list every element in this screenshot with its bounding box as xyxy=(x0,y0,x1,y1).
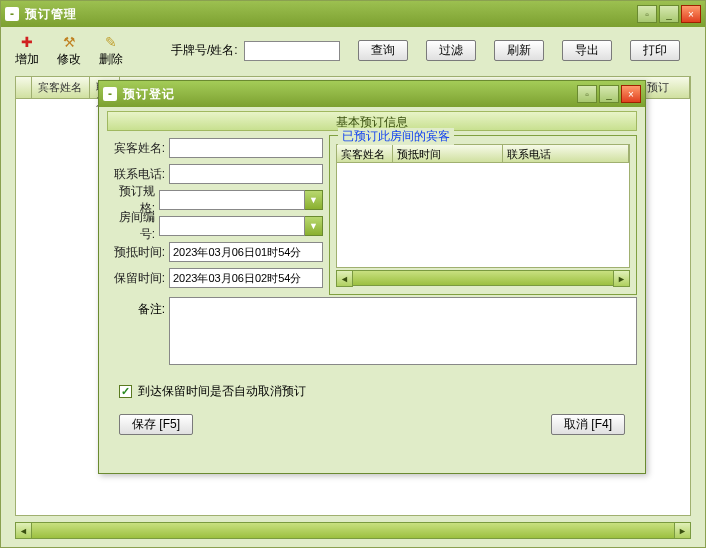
hold-input[interactable] xyxy=(169,268,323,288)
main-titlebar: - 预订管理 ▫ _ × xyxy=(1,1,705,27)
remark-row: 备注: xyxy=(107,297,637,365)
room-combo[interactable]: ▼ xyxy=(159,216,323,236)
dialog-title: 预订登记 xyxy=(123,86,575,103)
brush-icon: ✎ xyxy=(102,33,120,51)
left-form: 宾客姓名: 联系电话: 预订规格: ▼ 房间编号: xyxy=(107,135,323,295)
edit-button[interactable]: ⚒ 修改 xyxy=(57,33,81,68)
delete-button[interactable]: ✎ 删除 xyxy=(99,33,123,68)
auto-cancel-checkbox[interactable]: ✓ xyxy=(119,385,132,398)
chevron-down-icon[interactable]: ▼ xyxy=(305,190,323,210)
add-button[interactable]: ✚ 增加 xyxy=(15,33,39,68)
main-minimize-button[interactable]: _ xyxy=(659,5,679,23)
dialog-minimize-button[interactable]: _ xyxy=(599,85,619,103)
scroll-right-button[interactable]: ► xyxy=(613,270,630,287)
guest-name-input[interactable] xyxy=(169,138,323,158)
dialog-icon: - xyxy=(103,87,117,101)
scroll-left-button[interactable]: ◄ xyxy=(336,270,353,287)
dialog-close-button[interactable]: × xyxy=(621,85,641,103)
auto-cancel-row: ✓ 到达保留时间是否自动取消预订 xyxy=(119,383,637,400)
query-button[interactable]: 查询 xyxy=(358,40,408,61)
hold-label: 保留时间: xyxy=(107,270,169,287)
search-label: 手牌号/姓名: xyxy=(171,42,238,59)
room-label: 房间编号: xyxy=(107,209,159,243)
export-button[interactable]: 导出 xyxy=(562,40,612,61)
phone-input[interactable] xyxy=(169,164,323,184)
plus-icon: ✚ xyxy=(18,33,36,51)
booked-grid: 宾客姓名 预抵时间 联系电话 xyxy=(336,144,630,268)
scroll-track[interactable] xyxy=(32,522,674,539)
main-horizontal-scrollbar[interactable]: ◄ ► xyxy=(15,522,691,539)
arrive-input[interactable] xyxy=(169,242,323,262)
scroll-left-button[interactable]: ◄ xyxy=(15,522,32,539)
booked-guests-box: 已预订此房间的宾客 宾客姓名 预抵时间 联系电话 ◄ ► xyxy=(329,135,637,295)
hammer-icon: ⚒ xyxy=(60,33,78,51)
scroll-right-button[interactable]: ► xyxy=(674,522,691,539)
booking-dialog: - 预订登记 ▫ _ × 基本预订信息 宾客姓名: 联系电话: 预订规格: xyxy=(98,80,646,474)
dialog-restore-button[interactable]: ▫ xyxy=(577,85,597,103)
booked-grid-header: 宾客姓名 预抵时间 联系电话 xyxy=(337,145,629,163)
cancel-button[interactable]: 取消 [F4] xyxy=(551,414,625,435)
booked-horizontal-scrollbar[interactable]: ◄ ► xyxy=(336,270,630,286)
remark-label: 备注: xyxy=(107,297,169,365)
remark-textarea[interactable] xyxy=(169,297,637,365)
col-guest-name[interactable]: 宾客姓名 xyxy=(32,77,90,98)
filter-button[interactable]: 过滤 xyxy=(426,40,476,61)
scroll-track[interactable] xyxy=(353,270,613,286)
main-toolbar: ✚ 增加 ⚒ 修改 ✎ 删除 手牌号/姓名: 查询 过滤 刷新 导出 打印 xyxy=(1,27,705,74)
spec-combo[interactable]: ▼ xyxy=(159,190,323,210)
print-button[interactable]: 打印 xyxy=(630,40,680,61)
main-restore-button[interactable]: ▫ xyxy=(637,5,657,23)
search-input[interactable] xyxy=(244,41,340,61)
auto-cancel-label: 到达保留时间是否自动取消预订 xyxy=(138,383,306,400)
main-title: 预订管理 xyxy=(25,6,635,23)
refresh-button[interactable]: 刷新 xyxy=(494,40,544,61)
dialog-footer: 保存 [F5] 取消 [F4] xyxy=(107,414,637,435)
room-input[interactable] xyxy=(159,216,305,236)
dialog-titlebar: - 预订登记 ▫ _ × xyxy=(99,81,645,107)
app-icon: - xyxy=(5,7,19,21)
dialog-body: 基本预订信息 宾客姓名: 联系电话: 预订规格: ▼ xyxy=(99,107,645,443)
booked-legend: 已预订此房间的宾客 xyxy=(338,128,454,145)
arrive-label: 预抵时间: xyxy=(107,244,169,261)
phone-label: 联系电话: xyxy=(107,166,169,183)
guest-name-label: 宾客姓名: xyxy=(107,140,169,157)
search-area: 手牌号/姓名: xyxy=(171,41,340,61)
booked-col-phone[interactable]: 联系电话 xyxy=(503,145,629,162)
right-pane: 已预订此房间的宾客 宾客姓名 预抵时间 联系电话 ◄ ► xyxy=(329,135,637,295)
save-button[interactable]: 保存 [F5] xyxy=(119,414,193,435)
booked-col-arrive[interactable]: 预抵时间 xyxy=(393,145,503,162)
grid-corner xyxy=(16,77,32,98)
main-close-button[interactable]: × xyxy=(681,5,701,23)
form-area: 宾客姓名: 联系电话: 预订规格: ▼ 房间编号: xyxy=(107,135,637,295)
chevron-down-icon[interactable]: ▼ xyxy=(305,216,323,236)
booked-col-name[interactable]: 宾客姓名 xyxy=(337,145,393,162)
spec-input[interactable] xyxy=(159,190,305,210)
